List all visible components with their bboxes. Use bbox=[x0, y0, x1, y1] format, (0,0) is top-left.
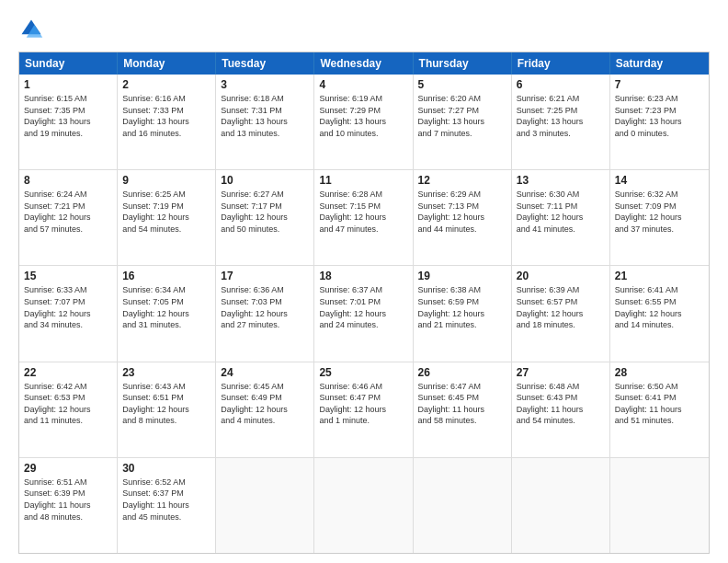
cell-line: Daylight: 12 hours bbox=[418, 212, 506, 224]
cell-line: Sunrise: 6:51 AM bbox=[24, 477, 112, 488]
calendar-cell: 16Sunrise: 6:34 AMSunset: 7:05 PMDayligh… bbox=[118, 266, 216, 361]
day-number: 8 bbox=[24, 174, 112, 187]
cell-line: Sunrise: 6:32 AM bbox=[615, 189, 704, 201]
cell-line: and 4 minutes. bbox=[221, 415, 309, 427]
calendar-cell: 12Sunrise: 6:29 AMSunset: 7:13 PMDayligh… bbox=[414, 170, 512, 265]
calendar-cell: 14Sunrise: 6:32 AMSunset: 7:09 PMDayligh… bbox=[610, 170, 709, 265]
calendar-row: 1Sunrise: 6:15 AMSunset: 7:35 PMDaylight… bbox=[19, 75, 709, 169]
cell-line: Sunrise: 6:38 AM bbox=[418, 284, 506, 296]
cell-line: and 48 minutes. bbox=[24, 511, 112, 523]
cell-line: Sunrise: 6:45 AM bbox=[221, 381, 309, 393]
cell-line: Sunrise: 6:29 AM bbox=[418, 189, 506, 201]
cell-line: Daylight: 12 hours bbox=[319, 212, 407, 224]
calendar-cell: 20Sunrise: 6:39 AMSunset: 6:57 PMDayligh… bbox=[512, 266, 610, 361]
cell-line: Sunset: 6:53 PM bbox=[24, 392, 112, 404]
cell-line: and 31 minutes. bbox=[122, 319, 210, 331]
cell-line: Sunrise: 6:47 AM bbox=[418, 381, 506, 393]
day-number: 7 bbox=[615, 78, 704, 91]
cell-line: Sunrise: 6:27 AM bbox=[221, 189, 309, 201]
cell-line: Daylight: 12 hours bbox=[122, 404, 210, 416]
cell-line: Daylight: 12 hours bbox=[221, 404, 309, 416]
weekday-header: Friday bbox=[512, 52, 610, 75]
cell-line: Sunset: 7:01 PM bbox=[319, 296, 407, 308]
cell-line: Sunset: 6:55 PM bbox=[615, 296, 704, 308]
calendar-cell: 15Sunrise: 6:33 AMSunset: 7:07 PMDayligh… bbox=[19, 266, 118, 361]
day-number: 2 bbox=[122, 78, 210, 91]
cell-line: and 11 minutes. bbox=[24, 415, 112, 427]
calendar-cell: 11Sunrise: 6:28 AMSunset: 7:15 PMDayligh… bbox=[314, 170, 413, 265]
cell-line: and 45 minutes. bbox=[122, 511, 210, 523]
cell-line: Daylight: 11 hours bbox=[615, 404, 704, 416]
cell-line: and 34 minutes. bbox=[24, 319, 112, 331]
day-number: 22 bbox=[24, 366, 112, 379]
cell-line: and 51 minutes. bbox=[615, 415, 704, 427]
calendar-cell: 25Sunrise: 6:46 AMSunset: 6:47 PMDayligh… bbox=[314, 362, 413, 457]
day-number: 20 bbox=[517, 270, 605, 282]
cell-line: Sunrise: 6:34 AM bbox=[122, 284, 210, 296]
calendar-cell: 3Sunrise: 6:18 AMSunset: 7:31 PMDaylight… bbox=[216, 75, 314, 169]
cell-line: Daylight: 12 hours bbox=[615, 308, 704, 320]
calendar-cell: 29Sunrise: 6:51 AMSunset: 6:39 PMDayligh… bbox=[19, 458, 118, 553]
calendar-row: 8Sunrise: 6:24 AMSunset: 7:21 PMDaylight… bbox=[19, 169, 709, 265]
cell-line: Daylight: 13 hours bbox=[319, 116, 407, 128]
day-number: 13 bbox=[517, 174, 605, 187]
cell-line: and 37 minutes. bbox=[615, 224, 704, 236]
cell-line: Sunrise: 6:42 AM bbox=[24, 381, 112, 393]
cell-line: Sunrise: 6:39 AM bbox=[517, 284, 605, 296]
calendar-cell: 27Sunrise: 6:48 AMSunset: 6:43 PMDayligh… bbox=[512, 362, 610, 457]
calendar-cell: 2Sunrise: 6:16 AMSunset: 7:33 PMDaylight… bbox=[118, 75, 216, 169]
calendar-cell: 9Sunrise: 6:25 AMSunset: 7:19 PMDaylight… bbox=[118, 170, 216, 265]
day-number: 1 bbox=[24, 78, 112, 91]
weekday-header: Thursday bbox=[414, 52, 512, 75]
calendar-cell: 10Sunrise: 6:27 AMSunset: 7:17 PMDayligh… bbox=[216, 170, 314, 265]
day-number: 17 bbox=[221, 270, 309, 282]
cell-line: Sunrise: 6:15 AM bbox=[24, 93, 112, 105]
calendar-header: SundayMondayTuesdayWednesdayThursdayFrid… bbox=[19, 52, 709, 75]
header bbox=[18, 17, 710, 42]
cell-line: Sunset: 7:29 PM bbox=[319, 105, 407, 117]
day-number: 26 bbox=[418, 366, 506, 379]
cell-line: Daylight: 12 hours bbox=[418, 308, 506, 320]
cell-line: and 27 minutes. bbox=[221, 319, 309, 331]
day-number: 11 bbox=[319, 174, 407, 187]
cell-line: Daylight: 13 hours bbox=[221, 116, 309, 128]
weekday-header: Monday bbox=[118, 52, 216, 75]
cell-line: Sunrise: 6:20 AM bbox=[418, 93, 506, 105]
calendar-row: 22Sunrise: 6:42 AMSunset: 6:53 PMDayligh… bbox=[19, 362, 709, 457]
cell-line: Daylight: 12 hours bbox=[221, 308, 309, 320]
calendar-cell: 8Sunrise: 6:24 AMSunset: 7:21 PMDaylight… bbox=[19, 170, 118, 265]
calendar-cell bbox=[314, 458, 413, 553]
day-number: 14 bbox=[615, 174, 704, 187]
calendar-cell: 28Sunrise: 6:50 AMSunset: 6:41 PMDayligh… bbox=[610, 362, 709, 457]
cell-line: Sunrise: 6:28 AM bbox=[319, 189, 407, 201]
weekday-header: Saturday bbox=[610, 52, 709, 75]
cell-line: Sunset: 7:17 PM bbox=[221, 201, 309, 213]
day-number: 29 bbox=[24, 462, 112, 475]
cell-line: and 54 minutes. bbox=[517, 415, 605, 427]
calendar-row: 29Sunrise: 6:51 AMSunset: 6:39 PMDayligh… bbox=[19, 457, 709, 553]
cell-line: and 16 minutes. bbox=[122, 128, 210, 140]
cell-line: Daylight: 12 hours bbox=[24, 212, 112, 224]
cell-line: Sunset: 7:15 PM bbox=[319, 201, 407, 213]
cell-line: Sunset: 6:51 PM bbox=[122, 392, 210, 404]
calendar-cell: 13Sunrise: 6:30 AMSunset: 7:11 PMDayligh… bbox=[512, 170, 610, 265]
calendar-cell: 26Sunrise: 6:47 AMSunset: 6:45 PMDayligh… bbox=[414, 362, 512, 457]
calendar-cell bbox=[216, 458, 314, 553]
cell-line: Daylight: 13 hours bbox=[418, 116, 506, 128]
cell-line: Sunrise: 6:36 AM bbox=[221, 284, 309, 296]
day-number: 23 bbox=[122, 366, 210, 379]
calendar-cell: 22Sunrise: 6:42 AMSunset: 6:53 PMDayligh… bbox=[19, 362, 118, 457]
day-number: 27 bbox=[517, 366, 605, 379]
calendar-cell bbox=[414, 458, 512, 553]
cell-line: Sunrise: 6:33 AM bbox=[24, 284, 112, 296]
cell-line: and 50 minutes. bbox=[221, 224, 309, 236]
cell-line: Sunrise: 6:52 AM bbox=[122, 477, 210, 488]
cell-line: Daylight: 12 hours bbox=[122, 308, 210, 320]
day-number: 16 bbox=[122, 270, 210, 282]
day-number: 10 bbox=[221, 174, 309, 187]
cell-line: Sunset: 7:33 PM bbox=[122, 105, 210, 117]
calendar-cell: 21Sunrise: 6:41 AMSunset: 6:55 PMDayligh… bbox=[610, 266, 709, 361]
cell-line: Daylight: 13 hours bbox=[517, 116, 605, 128]
day-number: 3 bbox=[221, 78, 309, 91]
weekday-header: Wednesday bbox=[314, 52, 413, 75]
